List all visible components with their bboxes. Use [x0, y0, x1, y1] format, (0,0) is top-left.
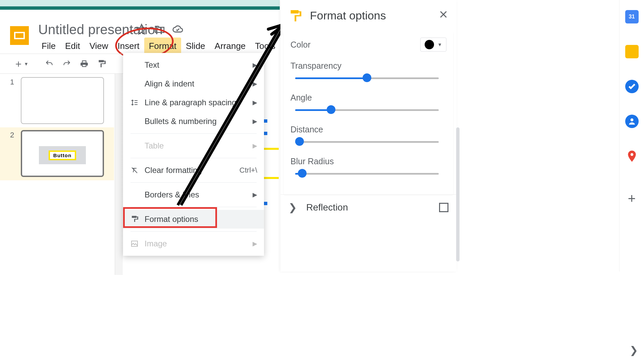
format-options-icon	[130, 215, 139, 223]
slider-angle[interactable]	[295, 107, 439, 113]
format-dropdown-menu: Text▶Align & indent▶Line & paragraph spa…	[123, 53, 264, 256]
menu-file[interactable]: File	[37, 38, 60, 55]
color-selector[interactable]: ▼	[420, 38, 446, 52]
menu-view[interactable]: View	[85, 38, 113, 55]
submenu-arrow-icon: ▶	[253, 142, 257, 149]
clear-format-icon	[130, 166, 139, 174]
menu-item-line---paragraph-spacing[interactable]: Line & paragraph spacing▶	[123, 93, 264, 112]
menu-item-text[interactable]: Text▶	[123, 56, 264, 74]
maps-icon[interactable]	[625, 149, 639, 163]
slide-number: 1	[10, 78, 14, 86]
menu-item-label: Image	[145, 239, 167, 248]
svg-point-3	[630, 153, 633, 156]
chevron-right-icon: ❯	[288, 201, 297, 213]
format-panel-body: Color ▼ TransparencyAngleDistanceBlur Ra…	[284, 32, 453, 194]
menu-bar: FileEditViewInsertFormatSlideArrangeTool…	[37, 38, 322, 55]
cloud-status-icon[interactable]	[172, 23, 183, 36]
canvas-yellow-strip	[264, 177, 279, 179]
submenu-arrow-icon: ▶	[253, 80, 257, 87]
caret-down-icon: ▼	[437, 42, 442, 47]
menu-item-align---indent[interactable]: Align & indent▶	[123, 74, 264, 93]
submenu-arrow-icon: ▶	[253, 99, 257, 106]
undo-button[interactable]	[45, 59, 54, 68]
panel-scrollbar[interactable]	[456, 127, 460, 261]
paint-roller-icon	[288, 9, 302, 22]
menu-item-label: Align & indent	[145, 79, 194, 88]
selection-handle[interactable]	[264, 132, 267, 135]
line-spacing-icon	[130, 99, 139, 107]
menu-item-format-options[interactable]: Format options	[123, 210, 264, 229]
slider-transparency[interactable]	[295, 75, 439, 81]
menu-item-label: Bullets & numbering	[145, 117, 217, 126]
shortcut-label: Ctrl+\	[239, 166, 257, 175]
canvas-peek	[264, 74, 279, 261]
calendar-icon[interactable]: 31	[625, 10, 639, 23]
menu-item-label: Format options	[145, 215, 198, 224]
image-icon	[130, 240, 139, 248]
selection-handle[interactable]	[264, 119, 267, 123]
new-slide-button[interactable]: ＋ ▾	[13, 57, 28, 71]
reflection-label: Reflection	[306, 202, 430, 213]
menu-item-label: Text	[145, 60, 159, 70]
side-panel-expand-icon[interactable]: ❯	[630, 344, 638, 356]
selection-handle[interactable]	[264, 202, 267, 205]
menu-item-clear-formatting[interactable]: Clear formattingCtrl+\	[123, 161, 264, 180]
contacts-icon[interactable]	[625, 115, 639, 128]
menu-item-table: Table▶	[123, 136, 264, 155]
menu-item-label: Line & paragraph spacing	[145, 98, 236, 107]
slider-label-transparency: Transparency	[290, 61, 446, 71]
slider-label-distance: Distance	[290, 125, 446, 134]
reflection-section[interactable]: ❯ Reflection	[280, 194, 457, 220]
slide-thumb-2[interactable]: 2 Button	[0, 127, 114, 180]
tasks-icon[interactable]	[625, 80, 639, 93]
menu-arrange[interactable]: Arrange	[210, 38, 251, 55]
slide-number: 2	[10, 131, 14, 139]
format-options-panel: Format options Color ▼ TransparencyAngle…	[280, 0, 457, 272]
slide-thumb-1[interactable]: 1	[0, 74, 114, 127]
close-button[interactable]	[438, 9, 448, 22]
submenu-arrow-icon: ▶	[253, 191, 257, 198]
paint-format-button[interactable]	[97, 59, 106, 68]
vertical-ruler	[115, 74, 123, 275]
menu-item-image: Image▶	[123, 234, 264, 253]
menu-tools[interactable]: Tools	[250, 38, 280, 55]
slider-blur-radius[interactable]	[295, 170, 439, 177]
print-button[interactable]	[80, 59, 89, 68]
slider-label-angle: Angle	[290, 93, 446, 103]
top-highlight-bar	[0, 6, 280, 10]
slider-label-blur-radius: Blur Radius	[290, 157, 446, 166]
toolbar: ＋ ▾ ▾	[0, 54, 134, 74]
slider-distance[interactable]	[295, 138, 439, 145]
color-swatch	[425, 40, 434, 49]
top-highlight-light	[0, 0, 280, 6]
menu-item-label: Borders & lines	[145, 190, 199, 199]
menu-item-label: Table	[145, 141, 164, 150]
svg-point-2	[630, 118, 633, 121]
menu-item-borders---lines[interactable]: Borders & lines▶	[123, 185, 264, 204]
format-panel-title: Format options	[310, 9, 430, 22]
canvas-yellow-strip	[264, 148, 279, 150]
keep-icon[interactable]	[625, 45, 639, 58]
slide-thumbnails-panel: 1 2 Button	[0, 74, 114, 180]
submenu-arrow-icon: ▶	[253, 118, 257, 125]
reflection-checkbox[interactable]	[439, 203, 448, 212]
color-label: Color	[290, 40, 311, 50]
menu-item-label: Clear formatting	[145, 166, 202, 175]
google-side-panel: 31 +	[619, 0, 644, 272]
submenu-arrow-icon: ▶	[253, 240, 257, 247]
menu-format[interactable]: Format	[144, 38, 181, 55]
redo-button[interactable]	[62, 59, 71, 68]
thumb-button-preview: Button	[49, 150, 76, 160]
title-icon-row	[136, 23, 183, 36]
add-app-button[interactable]: +	[628, 191, 636, 206]
submenu-arrow-icon: ▶	[253, 61, 257, 69]
move-folder-icon[interactable]	[154, 23, 165, 36]
app-logo-slides[interactable]	[10, 26, 29, 45]
menu-slide[interactable]: Slide	[181, 38, 210, 55]
menu-insert[interactable]: Insert	[113, 38, 144, 55]
menu-edit[interactable]: Edit	[60, 38, 85, 55]
star-icon[interactable]	[136, 23, 147, 36]
menu-item-bullets---numbering[interactable]: Bullets & numbering▶	[123, 112, 264, 131]
